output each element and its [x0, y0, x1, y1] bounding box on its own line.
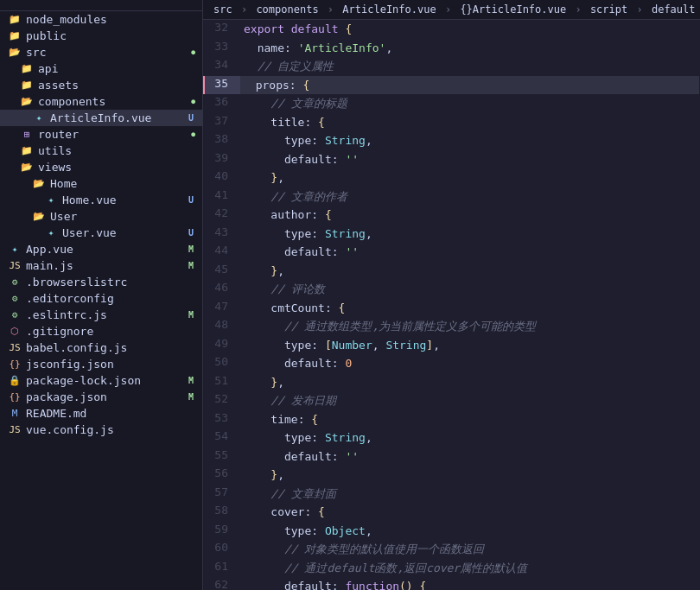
code-line-56: 56 }, [204, 466, 699, 485]
json-icon: {} [7, 358, 22, 370]
vue-icon: ✦ [31, 112, 47, 124]
code-line-37: 37 title: { [204, 113, 699, 132]
breadcrumb-part: {} [460, 3, 472, 16]
code-line-33: 33 name: 'ArticleInfo', [204, 39, 699, 58]
line-number: 36 [204, 94, 240, 113]
line-number: 37 [204, 113, 240, 132]
tree-item-utils[interactable]: 📁 utils [0, 143, 202, 159]
code-line-42: 42 author: { [204, 206, 699, 225]
code-line-34: 34 // 自定义属性 [204, 57, 699, 76]
code-line-40: 40 }, [204, 168, 699, 187]
tree-item-package.json[interactable]: {} package.json M [0, 389, 202, 405]
line-content: export default { [240, 20, 699, 39]
code-line-53: 53 time: { [204, 410, 699, 429]
code-table: 32export default {33 name: 'ArticleInfo'… [203, 20, 700, 590]
json-icon: {} [7, 391, 22, 403]
tree-item-jsconfig.json[interactable]: {} jsconfig.json [0, 356, 202, 372]
tree-item-babel.config.js[interactable]: JS babel.config.js [0, 339, 202, 356]
code-line-47: 47 cmtCount: { [204, 299, 699, 318]
router-icon: ⊞ [19, 129, 35, 140]
js-icon: JS [7, 260, 22, 271]
tree-item-label: README.md [26, 407, 202, 420]
code-line-52: 52 // 发布日期 [204, 391, 699, 410]
config-icon: ⚙ [7, 293, 22, 304]
code-line-39: 39 default: '' [204, 150, 699, 169]
tree-item-.browserslistrc[interactable]: ⚙ .browserslistrc [0, 274, 202, 290]
tree-item-vue.config.js[interactable]: JS vue.config.js [0, 422, 202, 438]
config-icon: ⚙ [7, 276, 22, 288]
line-content: time: { [240, 410, 699, 429]
line-number: 42 [204, 206, 240, 225]
line-number: 62 [204, 577, 240, 590]
tree-item-label: api [38, 62, 202, 75]
lock-icon: 🔒 [7, 375, 22, 386]
line-content: }, [240, 466, 699, 485]
tree-item-.eslintrc.js[interactable]: ⚙ .eslintrc.js M [0, 307, 202, 323]
line-content: // 文章的作者 [240, 187, 699, 206]
folder-open-icon: 📂 [31, 178, 47, 189]
tree-item-label: babel.config.js [26, 341, 202, 354]
line-content: title: { [240, 113, 699, 132]
line-content: // 对象类型的默认值使用一个函数返回 [240, 540, 699, 559]
tree-item-User[interactable]: 📂 User [0, 208, 202, 225]
tree-item-label: .browserslistrc [26, 276, 202, 289]
tree-item-package-lock.json[interactable]: 🔒 package-lock.json M [0, 372, 202, 389]
line-content: type: String, [240, 428, 699, 447]
badge-modified: M [185, 244, 197, 254]
breadcrumb-sep: › [439, 3, 458, 16]
tree-item-Home.vue[interactable]: ✦ Home.vue U [0, 192, 202, 208]
breadcrumb-sep: › [569, 3, 588, 16]
line-number: 43 [204, 225, 240, 244]
breadcrumb: src › components › ArticleInfo.vue › {}A… [203, 0, 700, 20]
tree-item-README.md[interactable]: M README.md [0, 405, 202, 422]
code-area[interactable]: 32export default {33 name: 'ArticleInfo'… [203, 20, 700, 590]
line-number: 47 [204, 299, 240, 318]
line-number: 49 [204, 336, 240, 355]
tree-item-api[interactable]: 📁 api [0, 60, 202, 77]
tree-item-User.vue[interactable]: ✦ User.vue U [0, 225, 202, 241]
folder-icon: 📁 [19, 63, 35, 74]
line-content: }, [240, 262, 699, 281]
tree-item-main.js[interactable]: JS main.js M [0, 257, 202, 274]
editor-panel: src › components › ArticleInfo.vue › {}A… [203, 0, 700, 590]
tree-item-Home[interactable]: 📂 Home [0, 175, 202, 192]
tree-item-label: jsconfig.json [26, 358, 202, 371]
line-number: 56 [204, 466, 240, 485]
code-line-51: 51 }, [204, 373, 699, 392]
line-content: default: function() { [240, 577, 699, 590]
sidebar: 📁 node_modules 📁 public 📂 src ● 📁 api 📁 … [0, 0, 203, 590]
line-number: 55 [204, 447, 240, 466]
tree-item-views[interactable]: 📂 views [0, 159, 202, 175]
line-number: 41 [204, 187, 240, 206]
tree-item-node_modules[interactable]: 📁 node_modules [0, 11, 202, 28]
line-content: cmtCount: { [240, 299, 699, 318]
code-line-57: 57 // 文章封面 [204, 485, 699, 504]
tree-item-ArticleInfo.vue[interactable]: ✦ ArticleInfo.vue U [0, 110, 202, 126]
md-icon: M [7, 408, 22, 419]
tree-item-assets[interactable]: 📁 assets [0, 77, 202, 93]
tree-item-label: ArticleInfo.vue [50, 111, 185, 124]
line-number: 39 [204, 150, 240, 169]
tree-item-.editorconfig[interactable]: ⚙ .editorconfig [0, 290, 202, 307]
dot-indicator: ● [191, 98, 195, 105]
tree-item-label: User.vue [62, 226, 185, 239]
tree-item-label: .eslintrc.js [26, 308, 185, 321]
tree-item-public[interactable]: 📁 public [0, 28, 202, 44]
badge-modified: M [185, 376, 197, 385]
line-number: 60 [204, 540, 240, 559]
js-icon: JS [7, 424, 22, 435]
breadcrumb-part: ArticleInfo.vue [473, 3, 566, 16]
tree-item-label: utils [38, 144, 202, 157]
code-line-54: 54 type: String, [204, 428, 699, 447]
git-icon: ⬡ [7, 326, 22, 337]
tree-item-App.vue[interactable]: ✦ App.vue M [0, 241, 202, 257]
tree-item-router[interactable]: ⊞ router ● [0, 126, 202, 143]
tree-item-components[interactable]: 📂 components ● [0, 93, 202, 110]
tree-item-src[interactable]: 📂 src ● [0, 44, 202, 60]
tree-item-.gitignore[interactable]: ⬡ .gitignore [0, 323, 202, 339]
badge-untracked: U [185, 195, 197, 205]
line-number: 32 [204, 20, 240, 39]
code-line-36: 36 // 文章的标题 [204, 94, 699, 113]
tree-item-label: Home [50, 177, 202, 190]
line-number: 46 [204, 280, 240, 299]
